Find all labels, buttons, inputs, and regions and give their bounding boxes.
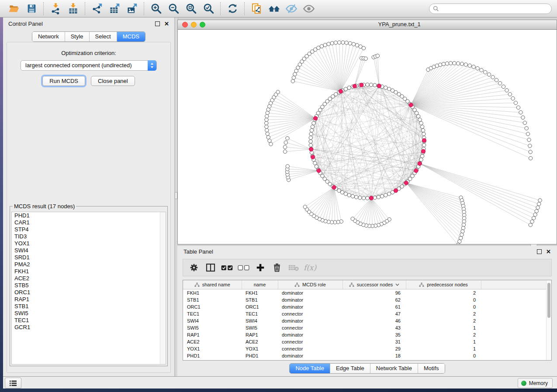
mcds-result-item[interactable]: STP4 xyxy=(12,226,166,233)
table-row[interactable]: FKH1FKH1dominator962 xyxy=(183,289,551,297)
mcds-result-list[interactable]: PHD1CAR1STP4TID3YOX1SWI4SRD1PMA2FKH1ACE2… xyxy=(11,212,166,364)
graph-node[interactable] xyxy=(384,193,387,197)
first-neighbors-button[interactable] xyxy=(265,1,283,16)
mcds-result-item[interactable]: PMA2 xyxy=(12,261,166,268)
graph-node[interactable] xyxy=(315,165,318,168)
col-predecessor-nodes[interactable]: predecessor nodes xyxy=(406,280,481,289)
graph-node[interactable] xyxy=(419,158,423,162)
minimize-window-icon[interactable] xyxy=(191,22,197,28)
table-row[interactable]: YOX1YOX1connector291 xyxy=(183,345,551,352)
graph-leaf-node[interactable] xyxy=(439,63,442,66)
column-pane-button[interactable] xyxy=(204,261,217,274)
tab-select[interactable]: Select xyxy=(89,32,117,41)
graph-mcds-node[interactable] xyxy=(409,103,413,107)
graph-leaf-node[interactable] xyxy=(265,114,269,118)
network-canvas[interactable] xyxy=(178,29,557,244)
mcds-result-item[interactable]: STB1 xyxy=(12,303,166,310)
table-row[interactable]: RAP1RAP1dominator352 xyxy=(183,331,551,338)
graph-leaf-node[interactable] xyxy=(505,89,509,92)
graph-mcds-node[interactable] xyxy=(418,162,422,165)
graph-leaf-node[interactable] xyxy=(291,79,294,83)
graph-leaf-node[interactable] xyxy=(536,206,540,209)
graph-leaf-node[interactable] xyxy=(268,139,271,142)
graph-mcds-node[interactable] xyxy=(353,84,356,88)
graph-leaf-node[interactable] xyxy=(460,233,464,237)
table-row[interactable]: SWI5SWI5connector431 xyxy=(183,324,551,331)
hide-selected-button[interactable] xyxy=(283,1,300,16)
graph-leaf-node[interactable] xyxy=(527,138,531,141)
col-name[interactable]: name xyxy=(242,280,278,289)
float-panel-icon[interactable] xyxy=(155,21,160,26)
delete-column-button[interactable] xyxy=(270,261,283,274)
graph-leaf-node[interactable] xyxy=(283,150,287,153)
graph-leaf-node[interactable] xyxy=(533,213,537,217)
graph-leaf-node[interactable] xyxy=(529,150,532,154)
graph-leaf-node[interactable] xyxy=(348,41,352,45)
graph-mcds-node[interactable] xyxy=(317,168,321,172)
float-table-panel-icon[interactable] xyxy=(537,249,542,254)
tab-edge-table[interactable]: Edge Table xyxy=(330,364,370,373)
graph-leaf-node[interactable] xyxy=(498,82,502,85)
export-table-button[interactable] xyxy=(106,1,123,16)
zoom-selected-button[interactable] xyxy=(200,1,217,16)
col-successor-nodes[interactable]: successor nodes xyxy=(343,280,406,289)
mcds-result-item[interactable]: ORC1 xyxy=(12,289,166,296)
mcds-result-item[interactable]: FKH1 xyxy=(12,268,166,275)
graph-node[interactable] xyxy=(344,192,347,196)
export-image-button[interactable] xyxy=(123,1,141,16)
graph-leaf-node[interactable] xyxy=(449,62,452,65)
mcds-result-item[interactable]: SRD1 xyxy=(12,254,166,261)
graph-leaf-node[interactable] xyxy=(320,45,323,48)
graph-node[interactable] xyxy=(312,121,315,125)
graph-leaf-node[interactable] xyxy=(265,128,269,132)
graph-mcds-node[interactable] xyxy=(404,181,408,185)
graph-leaf-node[interactable] xyxy=(266,132,269,135)
graph-mcds-node[interactable] xyxy=(311,155,315,159)
graph-node[interactable] xyxy=(309,140,312,143)
mcds-result-item[interactable]: YOX1 xyxy=(12,240,166,247)
graph-leaf-node[interactable] xyxy=(530,220,534,223)
graph-leaf-node[interactable] xyxy=(480,69,483,72)
graph-node[interactable] xyxy=(420,154,424,158)
mcds-result-item[interactable]: PHD1 xyxy=(12,212,166,219)
graph-node[interactable] xyxy=(366,196,369,200)
graph-leaf-node[interactable] xyxy=(453,62,456,65)
graph-leaf-node[interactable] xyxy=(352,42,355,46)
graph-leaf-node[interactable] xyxy=(303,205,307,209)
graph-leaf-node[interactable] xyxy=(462,223,465,227)
add-column-button[interactable] xyxy=(254,261,266,274)
graph-leaf-node[interactable] xyxy=(265,125,268,128)
graph-mcds-node[interactable] xyxy=(377,84,381,88)
graph-leaf-node[interactable] xyxy=(535,210,538,213)
tab-motifs[interactable]: Motifs xyxy=(418,364,445,373)
graph-leaf-node[interactable] xyxy=(334,41,337,45)
graph-leaf-node[interactable] xyxy=(525,127,528,130)
import-table-button[interactable] xyxy=(64,1,82,16)
mcds-result-item[interactable]: TEC1 xyxy=(12,317,166,324)
graph-leaf-node[interactable] xyxy=(459,236,462,240)
graph-leaf-node[interactable] xyxy=(345,41,348,45)
graph-leaf-node[interactable] xyxy=(284,141,287,144)
graph-leaf-node[interactable] xyxy=(338,41,341,44)
zoom-in-button[interactable] xyxy=(147,1,165,16)
list-scrollbar[interactable] xyxy=(160,212,166,364)
mcds-result-item[interactable]: STB5 xyxy=(12,282,166,289)
graph-node[interactable] xyxy=(377,195,380,199)
export-network-button[interactable] xyxy=(88,1,106,16)
graph-leaf-node[interactable] xyxy=(364,57,367,60)
graph-mcds-node[interactable] xyxy=(339,89,343,93)
graph-mcds-node[interactable] xyxy=(309,148,313,151)
mcds-result-item[interactable]: RAP1 xyxy=(12,296,166,303)
graph-mcds-node[interactable] xyxy=(370,196,374,200)
mcds-result-item[interactable]: TID3 xyxy=(12,233,166,240)
graph-leaf-node[interactable] xyxy=(461,226,465,230)
graph-mcds-node[interactable] xyxy=(394,189,398,193)
graph-leaf-node[interactable] xyxy=(529,156,532,160)
table-row[interactable]: ORC1ORC1dominator610 xyxy=(183,303,551,310)
close-table-panel-icon[interactable]: ✕ xyxy=(546,250,551,254)
graph-node[interactable] xyxy=(309,132,313,136)
table-row[interactable]: SWI4SWI4dominator462 xyxy=(183,317,551,324)
graph-leaf-node[interactable] xyxy=(456,62,460,65)
graph-node[interactable] xyxy=(415,111,418,115)
graph-node[interactable] xyxy=(422,143,426,147)
